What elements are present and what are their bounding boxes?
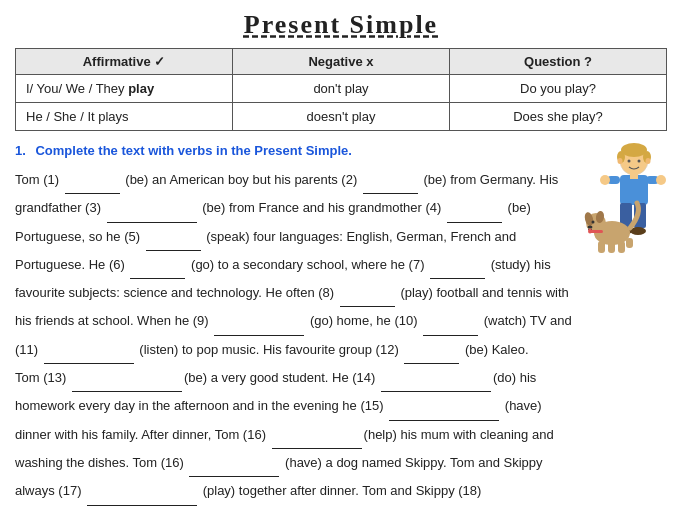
- svg-point-6: [618, 158, 623, 164]
- svg-point-4: [628, 160, 631, 163]
- blank-19[interactable]: [317, 506, 427, 512]
- blank-15[interactable]: [389, 392, 499, 420]
- row1-question: Do you play?: [450, 75, 667, 103]
- character-illustration: [582, 143, 667, 258]
- blank-16[interactable]: [272, 421, 362, 449]
- word-tom: Tom: [15, 172, 40, 187]
- svg-point-1: [621, 143, 647, 157]
- svg-rect-28: [626, 238, 633, 248]
- exercise-section: 1. Complete the text with verbs in the P…: [15, 143, 667, 512]
- blank-2[interactable]: [363, 166, 418, 194]
- blank-13[interactable]: [72, 364, 182, 392]
- svg-point-14: [600, 175, 610, 185]
- row2-affirmative: He / She / It plays: [16, 103, 233, 131]
- row1-negative: don't play: [233, 75, 450, 103]
- blank-1[interactable]: [65, 166, 120, 194]
- header-affirmative: Affirmative ✓: [16, 49, 233, 75]
- svg-rect-8: [620, 175, 648, 205]
- header-negative: Negative x: [233, 49, 450, 75]
- blank-17[interactable]: [87, 477, 197, 505]
- blank-16b[interactable]: [189, 449, 279, 477]
- svg-point-15: [656, 175, 666, 185]
- blank-5[interactable]: [146, 223, 201, 251]
- svg-point-7: [646, 158, 651, 164]
- header-question: Question ?: [450, 49, 667, 75]
- svg-rect-9: [630, 173, 638, 179]
- exercise-text: Tom (1) (be) an American boy but his par…: [15, 166, 667, 512]
- svg-point-23: [588, 226, 593, 229]
- blank-3[interactable]: [107, 194, 197, 222]
- blank-8[interactable]: [340, 279, 395, 307]
- svg-rect-26: [608, 241, 615, 253]
- exercise-title: 1. Complete the text with verbs in the P…: [15, 143, 667, 158]
- page-title: Present Simple: [15, 10, 667, 40]
- blank-14[interactable]: [381, 364, 491, 392]
- row2-negative: doesn't play: [233, 103, 450, 131]
- blank-6[interactable]: [130, 251, 185, 279]
- blank-10[interactable]: [423, 307, 478, 335]
- grammar-table: Affirmative ✓ Negative x Question ? I/ Y…: [15, 48, 667, 131]
- blank-12[interactable]: [404, 336, 459, 364]
- row1-affirmative: I/ You/ We / They play: [16, 75, 233, 103]
- blank-11[interactable]: [44, 336, 134, 364]
- blank-7[interactable]: [430, 251, 485, 279]
- svg-point-22: [592, 221, 595, 224]
- svg-rect-29: [589, 230, 603, 233]
- blank-18[interactable]: [17, 506, 107, 512]
- row2-question: Does she play?: [450, 103, 667, 131]
- blank-9[interactable]: [214, 307, 304, 335]
- blank-4[interactable]: [447, 194, 502, 222]
- svg-rect-27: [618, 241, 625, 253]
- svg-rect-25: [598, 241, 605, 253]
- svg-point-5: [638, 160, 641, 163]
